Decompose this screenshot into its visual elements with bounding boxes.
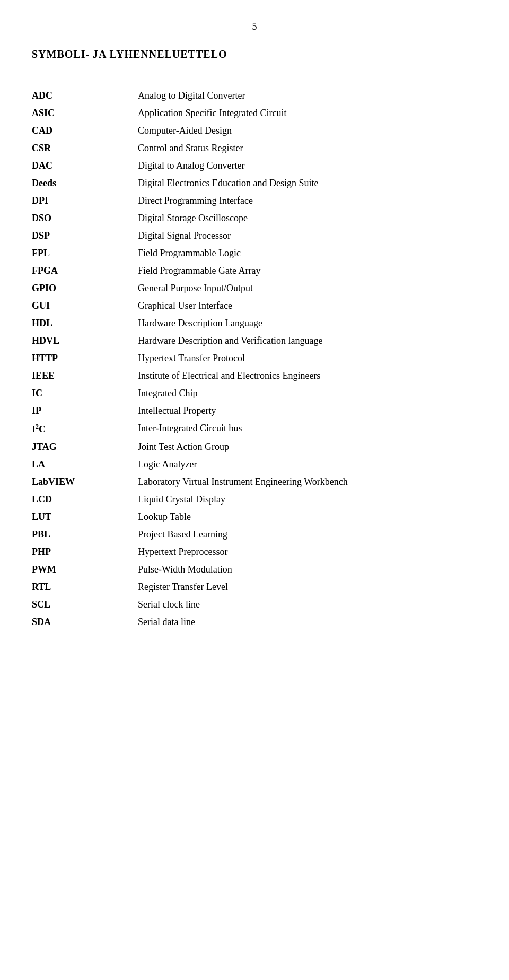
table-row: JTAGJoint Test Action Group	[32, 438, 477, 456]
table-row: HDLHardware Description Language	[32, 315, 477, 332]
definition-cell: Analog to Digital Converter	[138, 87, 477, 105]
abbreviation-cell: GUI	[32, 297, 138, 315]
definition-cell: Direct Programming Interface	[138, 192, 477, 210]
table-row: CADComputer-Aided Design	[32, 122, 477, 140]
definition-cell: Serial clock line	[138, 596, 477, 613]
table-row: PHPHypertext Preprocessor	[32, 543, 477, 561]
abbreviation-cell: ADC	[32, 87, 138, 105]
table-row: DPIDirect Programming Interface	[32, 192, 477, 210]
definition-cell: Serial data line	[138, 613, 477, 631]
definition-cell: Laboratory Virtual Instrument Engineerin…	[138, 473, 477, 491]
table-row: CSRControl and Status Register	[32, 140, 477, 157]
table-row: GUIGraphical User Interface	[32, 297, 477, 315]
page-number: 5	[32, 21, 477, 32]
abbreviation-cell: SDA	[32, 613, 138, 631]
definition-cell: Integrated Chip	[138, 385, 477, 402]
table-row: LCDLiquid Crystal Display	[32, 491, 477, 508]
abbreviation-cell: DAC	[32, 157, 138, 175]
abbreviation-cell: PBL	[32, 526, 138, 543]
definition-cell: Inter-Integrated Circuit bus	[138, 420, 477, 438]
table-row: I2CInter-Integrated Circuit bus	[32, 420, 477, 438]
abbreviation-cell: IEEE	[32, 367, 138, 385]
abbreviation-cell: HDL	[32, 315, 138, 332]
abbreviation-cell: DSO	[32, 210, 138, 227]
abbreviation-cell: FPL	[32, 245, 138, 262]
table-row: GPIOGeneral Purpose Input/Output	[32, 280, 477, 297]
table-row: SCLSerial clock line	[32, 596, 477, 613]
definition-cell: Graphical User Interface	[138, 297, 477, 315]
definition-cell: Logic Analyzer	[138, 456, 477, 473]
definition-cell: Field Programmable Gate Array	[138, 262, 477, 280]
abbreviation-cell: ASIC	[32, 105, 138, 122]
definition-cell: Field Programmable Logic	[138, 245, 477, 262]
abbreviation-cell: Deeds	[32, 175, 138, 192]
abbreviation-cell: PHP	[32, 543, 138, 561]
table-row: LabVIEWLaboratory Virtual Instrument Eng…	[32, 473, 477, 491]
abbreviation-cell: JTAG	[32, 438, 138, 456]
abbreviation-cell: DPI	[32, 192, 138, 210]
page-title: SYMBOLI- JA LYHENNELUETTELO	[32, 48, 477, 60]
abbreviation-cell: IP	[32, 402, 138, 420]
definition-cell: Hypertext Preprocessor	[138, 543, 477, 561]
abbreviation-cell: FPGA	[32, 262, 138, 280]
definition-cell: Project Based Learning	[138, 526, 477, 543]
table-row: ADCAnalog to Digital Converter	[32, 87, 477, 105]
table-row: PWMPulse-Width Modulation	[32, 561, 477, 578]
table-row: LUTLookup Table	[32, 508, 477, 526]
definition-cell: Intellectual Property	[138, 402, 477, 420]
table-row: FPGAField Programmable Gate Array	[32, 262, 477, 280]
abbreviation-cell: CAD	[32, 122, 138, 140]
table-row: SDASerial data line	[32, 613, 477, 631]
definition-cell: Institute of Electrical and Electronics …	[138, 367, 477, 385]
definition-cell: Pulse-Width Modulation	[138, 561, 477, 578]
table-row: DeedsDigital Electronics Education and D…	[32, 175, 477, 192]
table-row: IPIntellectual Property	[32, 402, 477, 420]
abbreviation-cell: PWM	[32, 561, 138, 578]
abbreviation-cell: DSP	[32, 227, 138, 245]
abbreviation-cell: LabVIEW	[32, 473, 138, 491]
definition-cell: Hypertext Transfer Protocol	[138, 350, 477, 367]
table-row: DSPDigital Signal Processor	[32, 227, 477, 245]
definition-cell: Liquid Crystal Display	[138, 491, 477, 508]
table-row: HTTPHypertext Transfer Protocol	[32, 350, 477, 367]
definition-cell: Control and Status Register	[138, 140, 477, 157]
table-row: HDVLHardware Description and Verificatio…	[32, 332, 477, 350]
table-row: ASICApplication Specific Integrated Circ…	[32, 105, 477, 122]
table-row: FPLField Programmable Logic	[32, 245, 477, 262]
abbreviation-cell: HDVL	[32, 332, 138, 350]
definition-cell: Lookup Table	[138, 508, 477, 526]
abbreviation-cell: LCD	[32, 491, 138, 508]
table-row: DACDigital to Analog Converter	[32, 157, 477, 175]
table-row: RTLRegister Transfer Level	[32, 578, 477, 596]
table-row: LALogic Analyzer	[32, 456, 477, 473]
definition-cell: Hardware Description and Verification la…	[138, 332, 477, 350]
definition-cell: Computer-Aided Design	[138, 122, 477, 140]
abbreviation-cell: I2C	[32, 420, 138, 438]
table-row: IEEEInstitute of Electrical and Electron…	[32, 367, 477, 385]
abbreviation-cell: RTL	[32, 578, 138, 596]
definition-cell: Digital Electronics Education and Design…	[138, 175, 477, 192]
definition-cell: Application Specific Integrated Circuit	[138, 105, 477, 122]
abbreviation-cell: IC	[32, 385, 138, 402]
table-row: ICIntegrated Chip	[32, 385, 477, 402]
table-row: PBLProject Based Learning	[32, 526, 477, 543]
abbreviation-cell: SCL	[32, 596, 138, 613]
abbreviation-cell: LUT	[32, 508, 138, 526]
definition-cell: Joint Test Action Group	[138, 438, 477, 456]
abbreviation-cell: CSR	[32, 140, 138, 157]
definition-cell: Hardware Description Language	[138, 315, 477, 332]
definition-cell: Digital Signal Processor	[138, 227, 477, 245]
abbreviations-table: ADCAnalog to Digital ConverterASICApplic…	[32, 87, 477, 631]
definition-cell: Digital to Analog Converter	[138, 157, 477, 175]
abbreviation-cell: LA	[32, 456, 138, 473]
definition-cell: Register Transfer Level	[138, 578, 477, 596]
definition-cell: General Purpose Input/Output	[138, 280, 477, 297]
abbreviation-cell: HTTP	[32, 350, 138, 367]
table-row: DSODigital Storage Oscilloscope	[32, 210, 477, 227]
abbreviation-cell: GPIO	[32, 280, 138, 297]
definition-cell: Digital Storage Oscilloscope	[138, 210, 477, 227]
